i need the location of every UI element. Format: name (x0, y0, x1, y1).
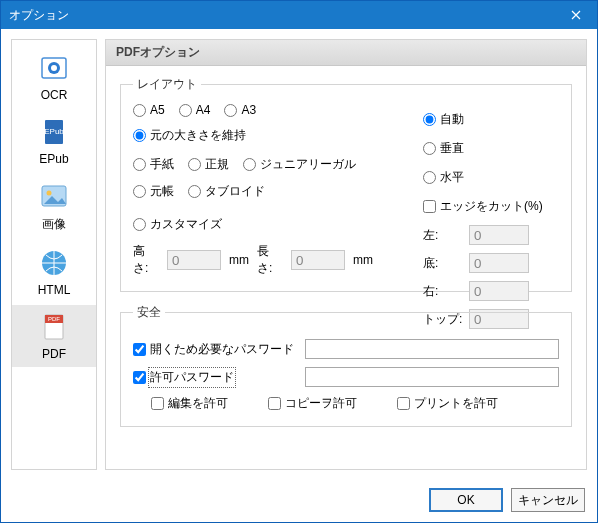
sidebar-item-label: 画像 (42, 216, 66, 233)
sidebar-item-pdf[interactable]: PDF PDF (12, 305, 96, 367)
radio-horizontal[interactable]: 水平 (423, 169, 559, 186)
margin-left-label: 左: (423, 227, 463, 244)
check-allow-edit[interactable]: 編集を許可 (151, 395, 228, 412)
security-fieldset: 安全 開くため必要なパスワード 許可パスワード 編集を許可 コピーヲ許可 プリン… (120, 304, 572, 427)
close-icon (571, 10, 581, 20)
mm-unit: mm (229, 253, 249, 267)
sidebar-item-label: EPub (39, 152, 68, 166)
svg-text:PDF: PDF (48, 316, 60, 322)
layout-fieldset: レイアウト A5 A4 A3 元の大きさを維持 手紙 正規 ジュニアリーガル (120, 76, 572, 292)
height-label: 高さ: (133, 243, 159, 277)
window-title: オプション (9, 7, 555, 24)
dialog-footer: OK キャンセル (429, 488, 585, 512)
svg-point-6 (47, 191, 52, 196)
margin-right-label: 右: (423, 283, 463, 300)
sidebar-item-image[interactable]: 画像 (12, 174, 96, 239)
margin-left-input[interactable] (469, 225, 529, 245)
radio-jrlegal[interactable]: ジュニアリーガル (243, 156, 356, 173)
options-dialog: オプション OCR EPub EPub 画像 HTML PDF (0, 0, 598, 523)
margin-bottom-label: 底: (423, 255, 463, 272)
sidebar-item-ocr[interactable]: OCR (12, 46, 96, 108)
radio-a3[interactable]: A3 (224, 103, 256, 117)
ok-button[interactable]: OK (429, 488, 503, 512)
height-input[interactable] (167, 250, 221, 270)
titlebar: オプション (1, 1, 597, 29)
check-edgecut[interactable]: エッジをカット(%) (423, 198, 559, 215)
svg-point-2 (51, 65, 57, 71)
radio-letter[interactable]: 手紙 (133, 156, 174, 173)
width-input[interactable] (291, 250, 345, 270)
panel-title: PDFオプション (106, 40, 586, 66)
sidebar-item-label: OCR (41, 88, 68, 102)
radio-keep-size[interactable]: 元の大きさを維持 (133, 127, 246, 144)
html-icon (38, 247, 70, 279)
security-legend: 安全 (133, 304, 165, 321)
image-icon (38, 180, 70, 212)
sidebar-item-html[interactable]: HTML (12, 241, 96, 303)
sidebar-item-epub[interactable]: EPub EPub (12, 110, 96, 172)
sidebar-item-label: PDF (42, 347, 66, 361)
margin-bottom-input[interactable] (469, 253, 529, 273)
radio-auto[interactable]: 自動 (423, 111, 559, 128)
radio-a5[interactable]: A5 (133, 103, 165, 117)
check-open-password[interactable]: 開くため必要なパスワード (133, 341, 293, 358)
category-sidebar: OCR EPub EPub 画像 HTML PDF PDF (11, 39, 97, 470)
cancel-button[interactable]: キャンセル (511, 488, 585, 512)
radio-tabloid[interactable]: タブロイド (188, 183, 265, 200)
check-allow-copy[interactable]: コピーヲ許可 (268, 395, 357, 412)
pdf-icon: PDF (38, 311, 70, 343)
permission-password-input[interactable] (305, 367, 559, 387)
check-allow-print[interactable]: プリントを許可 (397, 395, 498, 412)
radio-vertical[interactable]: 垂直 (423, 140, 559, 157)
close-button[interactable] (555, 1, 597, 29)
epub-icon: EPub (38, 116, 70, 148)
radio-legal[interactable]: 正規 (188, 156, 229, 173)
svg-text:EPub: EPub (44, 127, 64, 136)
ocr-icon (38, 52, 70, 84)
radio-ledger[interactable]: 元帳 (133, 183, 174, 200)
radio-a4[interactable]: A4 (179, 103, 211, 117)
main-panel: PDFオプション レイアウト A5 A4 A3 元の大きさを維持 手紙 正規 (105, 39, 587, 470)
sidebar-item-label: HTML (38, 283, 71, 297)
layout-legend: レイアウト (133, 76, 201, 93)
open-password-input[interactable] (305, 339, 559, 359)
width-label: 長さ: (257, 243, 283, 277)
margin-right-input[interactable] (469, 281, 529, 301)
check-permission-password[interactable]: 許可パスワード (133, 369, 293, 386)
mm-unit: mm (353, 253, 373, 267)
radio-custom[interactable]: カスタマイズ (133, 216, 222, 233)
